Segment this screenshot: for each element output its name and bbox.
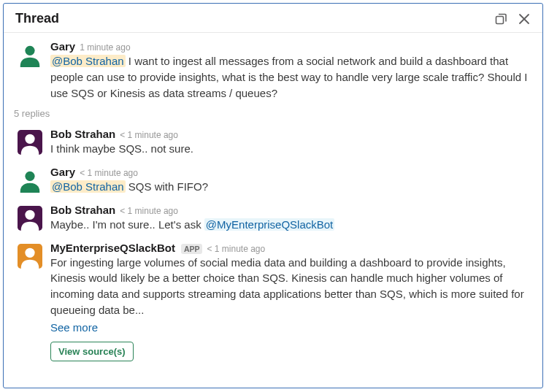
message-text: @Bob Strahan I want to ingest all messag… xyxy=(50,53,529,101)
message-content: Bob Strahan < 1 minute ago I think maybe… xyxy=(50,128,529,157)
message-text: @Bob Strahan SQS with FIFO? xyxy=(50,179,529,195)
message-timestamp: < 1 minute ago xyxy=(120,130,178,140)
avatar[interactable] xyxy=(17,167,43,193)
header-icons xyxy=(494,12,531,26)
replies-count: 5 replies xyxy=(4,105,542,123)
message-timestamp: 1 minute ago xyxy=(80,42,130,53)
mention[interactable]: @Bob Strahan xyxy=(50,55,126,67)
svg-point-5 xyxy=(25,134,34,144)
avatar[interactable] xyxy=(17,129,43,155)
thread-title: Thread xyxy=(15,11,494,26)
message-author[interactable]: Gary xyxy=(50,166,75,178)
message: Bob Strahan < 1 minute ago I think maybe… xyxy=(4,123,542,161)
message-header: Gary < 1 minute ago xyxy=(50,166,529,178)
message-timestamp: < 1 minute ago xyxy=(80,168,138,178)
svg-point-8 xyxy=(25,210,34,219)
avatar[interactable] xyxy=(17,42,43,68)
avatar[interactable] xyxy=(17,243,43,269)
thread-panel: Thread Gary xyxy=(3,3,543,388)
message-body-text: Maybe.. I'm not sure.. Let's ask xyxy=(50,218,204,231)
close-icon[interactable] xyxy=(518,12,531,26)
thread-body: Gary 1 minute ago @Bob Strahan I want to… xyxy=(4,33,542,388)
app-badge: APP xyxy=(181,244,203,254)
message-text: I think maybe SQS.. not sure. xyxy=(50,141,529,157)
message-content: MyEnterpriseQSlackBot APP < 1 minute ago… xyxy=(50,242,529,361)
view-sources-button[interactable]: View source(s) xyxy=(50,342,134,361)
svg-point-6 xyxy=(25,172,34,181)
svg-rect-0 xyxy=(496,16,504,23)
message-timestamp: < 1 minute ago xyxy=(120,206,178,216)
message-header: MyEnterpriseQSlackBot APP < 1 minute ago xyxy=(50,242,529,254)
see-more-link[interactable]: See more xyxy=(50,321,98,334)
message-author[interactable]: Bob Strahan xyxy=(50,128,115,140)
message-text: For ingesting large volumes of social me… xyxy=(50,255,529,318)
message-timestamp: < 1 minute ago xyxy=(207,244,265,254)
message: MyEnterpriseQSlackBot APP < 1 minute ago… xyxy=(4,237,542,366)
svg-point-10 xyxy=(25,247,34,257)
message: Bob Strahan < 1 minute ago Maybe.. I'm n… xyxy=(4,199,542,237)
message-author[interactable]: Gary xyxy=(50,40,75,53)
thread-header: Thread xyxy=(4,4,542,33)
message-body-text: SQS with FIFO? xyxy=(126,180,208,193)
message-content: Gary 1 minute ago @Bob Strahan I want to… xyxy=(50,40,529,101)
message-header: Bob Strahan < 1 minute ago xyxy=(50,128,529,140)
message-content: Bob Strahan < 1 minute ago Maybe.. I'm n… xyxy=(50,204,529,233)
message: Gary 1 minute ago @Bob Strahan I want to… xyxy=(4,36,542,105)
message-content: Gary < 1 minute ago @Bob Strahan SQS wit… xyxy=(50,166,529,195)
message-author[interactable]: Bob Strahan xyxy=(50,204,115,216)
mention[interactable]: @MyEnterpriseQSlackBot xyxy=(204,218,334,231)
message-text: Maybe.. I'm not sure.. Let's ask @MyEnte… xyxy=(50,217,529,233)
avatar[interactable] xyxy=(17,205,43,231)
message-header: Bob Strahan < 1 minute ago xyxy=(50,204,529,216)
svg-point-3 xyxy=(25,46,34,55)
message: Gary < 1 minute ago @Bob Strahan SQS wit… xyxy=(4,161,542,199)
message-header: Gary 1 minute ago xyxy=(50,40,529,53)
message-author[interactable]: MyEnterpriseQSlackBot xyxy=(50,242,175,254)
mention[interactable]: @Bob Strahan xyxy=(50,180,126,193)
open-in-new-window-icon[interactable] xyxy=(494,12,507,26)
